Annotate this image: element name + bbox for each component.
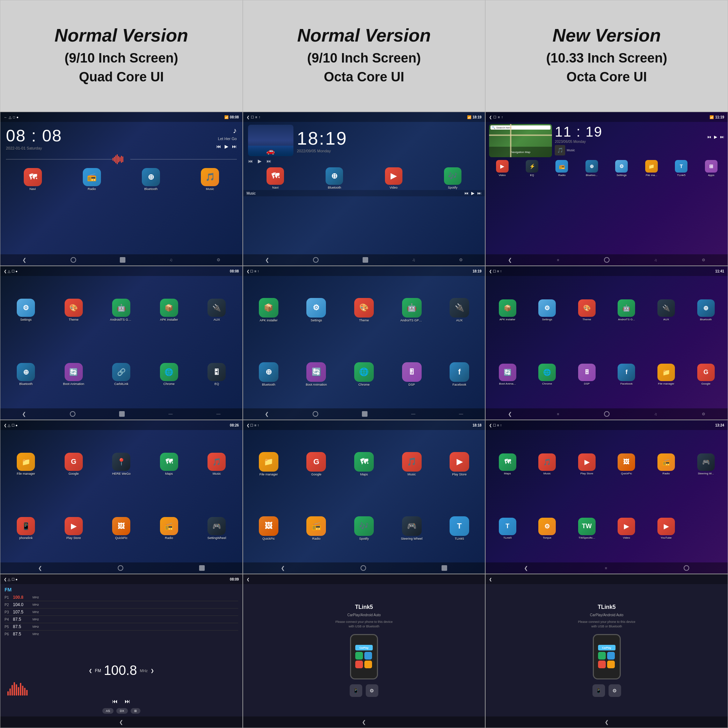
tlink-content-c2: TLink5 CarPlay/Android Auto Please conne… [243, 584, 485, 716]
app-androidts-r2c1[interactable]: 🤖 AndroidTS GPS T... [98, 279, 144, 341]
app-theme-r2c2[interactable]: 🎨 Theme [341, 279, 387, 341]
fm-dx-button[interactable]: DX [116, 708, 128, 714]
app-apk-r2c1[interactable]: 📦 APK installer [146, 279, 192, 341]
screen-r1-c3: ❮ ☐ ≡ ↑ 📶 11:19 🔍 Search here Navigation… [485, 112, 728, 266]
app-boot-r2c1[interactable]: 🔄 Boot Animation [51, 343, 97, 406]
app-bt-r2c3[interactable]: ⊕ Bluetooth [687, 279, 725, 341]
app-settings-r2c1[interactable]: ⚙ Settings [3, 279, 49, 341]
app-bt-r2c2[interactable]: ⊕ Bluetooth [246, 343, 292, 406]
fm-scan-button[interactable]: ⊞ [131, 708, 141, 714]
app-maps-r3c2[interactable]: 🗺 Maps [341, 433, 387, 496]
app-apk-r2c3[interactable]: 📦 APK installer [488, 279, 526, 341]
app-video-r1c2[interactable]: ▶ Video [365, 167, 422, 189]
tlink-btn-2[interactable]: ⚙ [366, 684, 378, 697]
app-filemgr-r3c1[interactable]: 📁 File manager [3, 433, 49, 496]
app-bluetooth-r1c2[interactable]: ⊕ Bluetooth [306, 167, 363, 189]
app-settings-r1c3[interactable]: ⚙ Settings [607, 160, 636, 177]
tlink-btn-1[interactable]: 📱 [350, 684, 362, 697]
version-title-2: Normal Version [297, 26, 431, 46]
app-playstore-r3c3[interactable]: ▶ Play Store [568, 433, 606, 496]
app-aux-r2c2[interactable]: 🔌 AUX [437, 279, 482, 341]
app-steering-r3c2[interactable]: 🎮 Steering Wheel [389, 497, 434, 560]
app-radio[interactable]: 📻 Radio [63, 168, 121, 191]
preset-p3-val: 107.5 [13, 610, 31, 615]
app-chrome-r2c3[interactable]: 🌐 Chrome [528, 343, 566, 405]
app-radio-r3c3[interactable]: 📻 Radio [647, 433, 685, 496]
app-radio-r3c1[interactable]: 📻 Radio [146, 497, 192, 560]
app-quickpic-r3c3[interactable]: 🖼 QuickPic [607, 433, 645, 496]
app-androidts-r2c2[interactable]: 🤖 AndroiTS GPS T... [389, 279, 434, 341]
app-row-r1c2: 🗺 Navi ⊕ Bluetooth ▶ Video 🎶 Spotify [243, 167, 485, 190]
app-radio-r3c2[interactable]: 📻 Radio [294, 497, 339, 560]
app-androidts-r2c3[interactable]: 🤖 AndroiTS G... [607, 279, 645, 341]
app-file-r1c3[interactable]: 📁 File ma... [637, 160, 666, 177]
app-torque-r3c3[interactable]: ⚙ Torque [528, 497, 566, 560]
app-phonelink-r3c1[interactable]: 📱 phonelink [3, 497, 49, 560]
app-music-r3c1[interactable]: 🎵 Music [194, 433, 240, 496]
app-spotify-r3c2[interactable]: 🎶 Spotify [341, 497, 387, 560]
app-bluetooth-r1c3[interactable]: ⊕ Bluetoo... [577, 160, 606, 177]
screen-size-2: (9/10 Inch Screen) [307, 49, 421, 67]
app-navi[interactable]: 🗺 Navi [4, 168, 61, 191]
app-theme-r2c3[interactable]: 🎨 Theme [568, 279, 606, 341]
app-boot-r2c2[interactable]: 🔄 Boot Animation [294, 343, 339, 406]
date-r1c1: 2022-01-01 Saturday [6, 146, 62, 150]
app-playstore-r3c2[interactable]: ▶ Play Store [437, 433, 482, 496]
app-filemgr-r2c3[interactable]: 📁 File manager [647, 343, 685, 405]
app-facebook-r2c3[interactable]: f Facebook [607, 343, 645, 405]
app-boot-r2c3[interactable]: 🔄 Boot Anima... [488, 343, 526, 405]
app-apps-r1c3[interactable]: ⊞ Apps [697, 160, 726, 177]
app-dsp-r2c3[interactable]: 🎚 DSP [568, 343, 606, 405]
app-steering-r3c3[interactable]: 🎮 Steering W... [687, 433, 725, 496]
app-google-r2c3[interactable]: G Google [687, 343, 725, 405]
app-settings-r2c3[interactable]: ⚙ Settings [528, 279, 566, 341]
app-music-r3c2[interactable]: 🎵 Music [389, 433, 434, 496]
app-bluetooth-r1c1[interactable]: ⊕ Bluetooth [122, 168, 180, 191]
app-aux-r2c1[interactable]: 🔌 AUX [194, 279, 240, 341]
app-eq-r1c3[interactable]: ⚡ EQ [518, 160, 546, 177]
tlink-btn-c3-2[interactable]: ⚙ [609, 684, 621, 697]
screen-r2-c3: ❮ ☐ ≡ ↑ 11:41 📦 APK installer ⚙ Settings… [485, 266, 728, 420]
status-bar-r4c2: ❮ [243, 574, 485, 584]
app-quickpic-r3c2[interactable]: 🖼 QuickPic [246, 497, 292, 560]
fm-as-button[interactable]: AS [102, 708, 113, 714]
tlink-btn-c3-1[interactable]: 📱 [592, 684, 605, 697]
app-facebook-r2c2[interactable]: f Facebook [437, 343, 482, 406]
app-tw-r3c3[interactable]: TW TWSpecific... [568, 497, 606, 560]
app-theme-r2c1[interactable]: 🎨 Theme [51, 279, 97, 341]
app-quickpic-r3c1[interactable]: 🖼 QuickPic [98, 497, 144, 560]
app-aux-r2c3[interactable]: 🔌 AUX [647, 279, 685, 341]
app-video-r3c3[interactable]: ▶ Video [607, 497, 645, 560]
app-apk-r2c2[interactable]: 📦 APK installer [246, 279, 292, 341]
app-tlink-r3c2[interactable]: T TLink5 [437, 497, 482, 560]
app-spotify-r1c2[interactable]: 🎶 Spotify [424, 167, 481, 189]
app-maps-r3c1[interactable]: 🗺 Maps [146, 433, 192, 496]
app-grid-r3c1: 📁 File manager G Google 📍 HERE WeGo 🗺 Ma… [0, 430, 242, 563]
app-chrome-r2c1[interactable]: 🌐 Chrome [146, 343, 192, 406]
app-steering-r3c1[interactable]: 🎮 SettingWheel [194, 497, 240, 560]
app-settings-r2c2[interactable]: ⚙ Settings [294, 279, 339, 341]
app-dsp-r2c2[interactable]: 🎚 DSP [389, 343, 434, 406]
app-music-r3c3[interactable]: 🎵 Music [528, 433, 566, 496]
app-here-r3c1[interactable]: 📍 HERE WeGo [98, 433, 144, 496]
app-playstore-r3c1[interactable]: ▶ Play Store [51, 497, 97, 560]
app-maps-r3c3[interactable]: 🗺 Maps [488, 433, 526, 496]
nav-bar-r3c1: ❮ [0, 563, 242, 574]
app-eq-r2c1[interactable]: 🎛 EQ [194, 343, 240, 406]
app-bt-r2c1[interactable]: ⊕ Bluetooth [3, 343, 49, 406]
screen-r2-c1: ❮ △ ☐ ● 08:08 ⚙ Settings 🎨 Theme 🤖 Andro… [0, 266, 243, 420]
clock-r1c2: 18:19 [297, 128, 347, 149]
app-filemgr-r3c2[interactable]: 📁 File manager [246, 433, 292, 496]
app-music-r1c1[interactable]: 🎵 Music [181, 168, 239, 191]
app-google-r3c2[interactable]: G Google [294, 433, 339, 496]
app-tlink-r3c3[interactable]: T TLink5 [488, 497, 526, 560]
app-radio-r1c3[interactable]: 📻 Radio [548, 160, 576, 177]
app-google-r3c1[interactable]: G Google [51, 433, 97, 496]
app-tlink-r1c3[interactable]: T TLink5 [667, 160, 696, 177]
app-youtube-r3c3[interactable]: ▶ YouTube [647, 497, 685, 560]
app-video-r1c3[interactable]: ▶ Video [488, 160, 516, 177]
app-navi-r1c2[interactable]: 🗺 Navi [247, 167, 304, 189]
app-grid-r3c2: 📁 File manager G Google 🗺 Maps 🎵 Music ▶… [243, 430, 485, 563]
app-chrome-r2c2[interactable]: 🌐 Chrome [341, 343, 387, 406]
app-carbit-r2c1[interactable]: 🔗 CarbitLink [98, 343, 144, 406]
